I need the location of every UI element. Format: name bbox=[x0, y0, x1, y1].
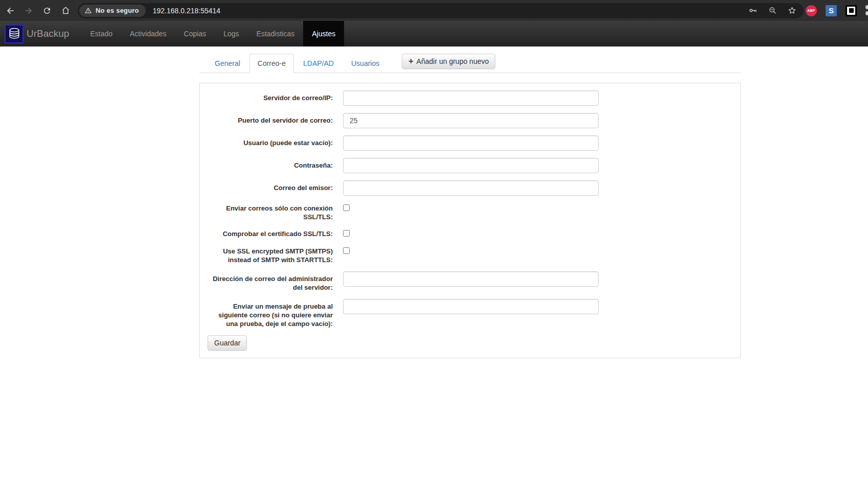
mail-user-input[interactable] bbox=[343, 135, 599, 151]
mail-server-label: Servidor de correo/IP: bbox=[208, 90, 333, 106]
form-row-smtps: Use SSL encrypted SMTP (SMTPS) instead o… bbox=[208, 246, 733, 264]
tab-general[interactable]: General bbox=[207, 54, 248, 73]
nav-item-estado[interactable]: Estado bbox=[81, 21, 121, 47]
zoom-out-icon bbox=[768, 6, 778, 15]
mail-password-input[interactable] bbox=[343, 158, 599, 173]
urbackup-navbar: UrBackup Estado Actividades Copias Logs … bbox=[0, 21, 868, 47]
reload-icon bbox=[42, 6, 52, 15]
plus-icon: + bbox=[408, 58, 413, 65]
nav-item-estadisticas[interactable]: Estadisticas bbox=[248, 21, 304, 47]
settings-tabs: General Correo-e LDAP/AD Usuarios + Añad… bbox=[199, 54, 741, 73]
mail-port-input[interactable] bbox=[343, 113, 599, 128]
reload-button[interactable] bbox=[39, 3, 55, 19]
add-group-button[interactable]: + Añadir un grupo nuevo bbox=[402, 54, 495, 69]
form-row-admin-mail: Dirección de correo del administrador de… bbox=[208, 271, 733, 292]
tab-correo-e[interactable]: Correo-e bbox=[249, 54, 294, 73]
warning-triangle-icon bbox=[84, 7, 92, 14]
nav-item-ajustes[interactable]: Ajustes bbox=[303, 21, 344, 47]
sender-mail-input[interactable] bbox=[343, 180, 599, 196]
check-cert-label: Comprobar el certificado SSL/TLS: bbox=[208, 228, 333, 239]
clipped-toolbar-icon[interactable] bbox=[865, 5, 868, 16]
admin-mail-label: Dirección de correo del administrador de… bbox=[208, 271, 333, 292]
home-icon bbox=[61, 6, 71, 15]
back-button[interactable] bbox=[2, 3, 18, 19]
save-button[interactable]: Guardar bbox=[208, 335, 247, 351]
security-badge-label: No es seguro bbox=[96, 7, 139, 14]
database-icon bbox=[7, 26, 22, 41]
bookmark-button[interactable] bbox=[785, 4, 798, 17]
key-icon bbox=[748, 6, 758, 15]
form-row-mail-user: Usuario (puede estar vacío): bbox=[208, 135, 733, 151]
s-extension-icon[interactable]: S bbox=[826, 5, 837, 16]
form-row-sender-mail: Correo del emisor: bbox=[208, 180, 733, 196]
mail-settings-panel: Servidor de correo/IP: Puerto del servid… bbox=[199, 83, 741, 358]
square-extension-icon[interactable] bbox=[846, 5, 857, 16]
ssl-only-checkbox[interactable] bbox=[343, 204, 350, 211]
nav-item-copias[interactable]: Copias bbox=[175, 21, 215, 47]
ssl-only-label: Enviar correos sólo con conexión SSL/TLS… bbox=[208, 203, 333, 221]
form-row-check-cert: Comprobar el certificado SSL/TLS: bbox=[208, 228, 733, 239]
mail-port-label: Puerto del servidor de correo: bbox=[208, 113, 333, 128]
page-content: General Correo-e LDAP/AD Usuarios + Añad… bbox=[0, 47, 868, 358]
mail-password-label: Contraseña: bbox=[208, 158, 333, 173]
check-cert-checkbox[interactable] bbox=[343, 230, 350, 237]
admin-mail-input[interactable] bbox=[343, 271, 599, 287]
forward-button[interactable] bbox=[20, 3, 37, 19]
mail-user-label: Usuario (puede estar vacío): bbox=[208, 135, 333, 151]
brand-title[interactable]: UrBackup bbox=[27, 21, 69, 47]
tab-ldap-ad[interactable]: LDAP/AD bbox=[295, 54, 342, 73]
smtps-label: Use SSL encrypted SMTP (SMTPS) instead o… bbox=[208, 246, 333, 264]
sender-mail-label: Correo del emisor: bbox=[208, 180, 333, 196]
urbackup-logo[interactable] bbox=[5, 25, 24, 43]
tab-usuarios[interactable]: Usuarios bbox=[343, 54, 387, 73]
form-row-mail-password: Contraseña: bbox=[208, 158, 733, 173]
add-group-label: Añadir un grupo nuevo bbox=[417, 57, 489, 65]
zoom-button[interactable] bbox=[766, 4, 779, 17]
address-bar[interactable]: No es seguro 192.168.0.218:55414 bbox=[78, 3, 804, 18]
adblock-extension-icon[interactable]: ABP bbox=[806, 5, 817, 16]
mail-server-input[interactable] bbox=[343, 90, 599, 106]
test-mail-input[interactable] bbox=[343, 299, 599, 314]
nav-item-logs[interactable]: Logs bbox=[215, 21, 247, 47]
smtps-checkbox[interactable] bbox=[343, 247, 350, 254]
form-row-ssl-only: Enviar correos sólo con conexión SSL/TLS… bbox=[208, 203, 733, 221]
home-button[interactable] bbox=[57, 3, 74, 19]
star-icon bbox=[787, 6, 797, 15]
form-row-mail-server: Servidor de correo/IP: bbox=[208, 90, 733, 106]
security-badge[interactable]: No es seguro bbox=[79, 5, 146, 17]
form-row-test-mail: Enviar un mensaje de prueba al siguiente… bbox=[208, 299, 733, 328]
form-row-mail-port: Puerto del servidor de correo: bbox=[208, 113, 733, 128]
forward-arrow-icon bbox=[24, 6, 34, 16]
test-mail-label: Enviar un mensaje de prueba al siguiente… bbox=[208, 299, 333, 328]
url-text[interactable]: 192.168.0.218:55414 bbox=[153, 7, 220, 15]
browser-toolbar: No es seguro 192.168.0.218:55414 ABP S bbox=[0, 0, 868, 21]
back-arrow-icon bbox=[5, 6, 15, 16]
nav-item-actividades[interactable]: Actividades bbox=[121, 21, 175, 47]
password-manager-button[interactable] bbox=[746, 4, 760, 17]
